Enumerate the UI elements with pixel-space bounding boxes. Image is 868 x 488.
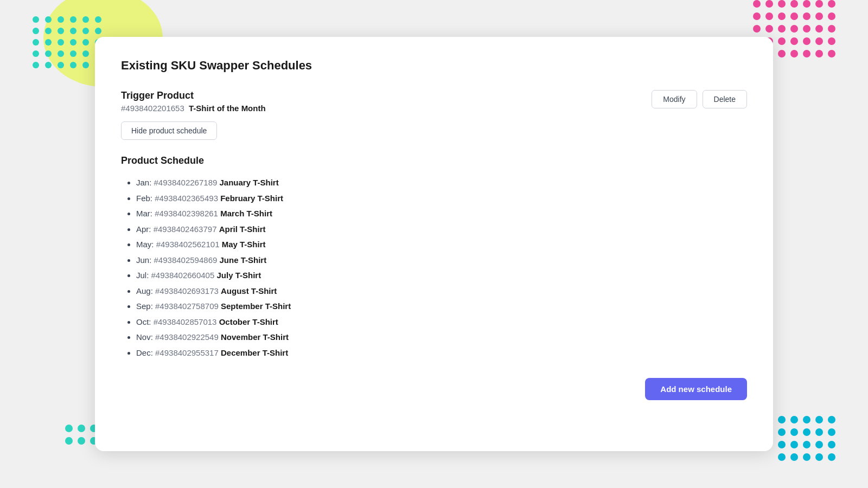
main-card: Existing SKU Swapper Schedules Trigger P… xyxy=(95,37,773,451)
schedule-list: Jan: #4938402267189 January T-ShirtFeb: … xyxy=(121,175,747,361)
teal-dots-top-left xyxy=(33,16,103,68)
footer-row: Add new schedule xyxy=(121,378,747,400)
schedule-list-item: Sep: #4938402758709 September T-Shirt xyxy=(136,299,747,314)
trigger-header-row: Trigger Product #4938402201653 T-Shirt o… xyxy=(121,90,747,113)
trigger-product-id: #4938402201653 xyxy=(121,104,184,113)
schedule-list-item: Jun: #4938402594869 June T-Shirt xyxy=(136,253,747,268)
page-title: Existing SKU Swapper Schedules xyxy=(121,59,747,73)
schedule-list-item: Apr: #4938402463797 April T-Shirt xyxy=(136,222,747,237)
cyan-dots-bottom-right xyxy=(778,416,835,461)
schedule-section-title: Product Schedule xyxy=(121,155,747,166)
schedule-list-item: Jul: #4938402660405 July T-Shirt xyxy=(136,268,747,284)
modify-button[interactable]: Modify xyxy=(652,90,697,108)
action-buttons: Modify Delete xyxy=(652,90,747,108)
add-schedule-button[interactable]: Add new schedule xyxy=(645,378,747,400)
schedule-list-item: Dec: #4938402955317 December T-Shirt xyxy=(136,345,747,361)
hide-schedule-button[interactable]: Hide product schedule xyxy=(121,121,217,140)
schedule-list-item: May: #4938402562101 May T-Shirt xyxy=(136,237,747,253)
trigger-product-name: T-Shirt of the Month xyxy=(189,104,266,113)
schedule-list-item: Nov: #4938402922549 November T-Shirt xyxy=(136,330,747,345)
schedule-list-item: Mar: #4938402398261 March T-Shirt xyxy=(136,206,747,222)
schedule-list-item: Feb: #4938402365493 February T-Shirt xyxy=(136,191,747,207)
schedule-list-item: Jan: #4938402267189 January T-Shirt xyxy=(136,175,747,191)
schedule-list-item: Aug: #4938402693173 August T-Shirt xyxy=(136,284,747,299)
trigger-label: Trigger Product xyxy=(121,90,266,101)
trigger-info: Trigger Product #4938402201653 T-Shirt o… xyxy=(121,90,266,113)
trigger-product-line: #4938402201653 T-Shirt of the Month xyxy=(121,104,266,113)
schedule-list-item: Oct: #4938402857013 October T-Shirt xyxy=(136,314,747,330)
delete-button[interactable]: Delete xyxy=(703,90,747,108)
trigger-section: Trigger Product #4938402201653 T-Shirt o… xyxy=(121,90,747,140)
